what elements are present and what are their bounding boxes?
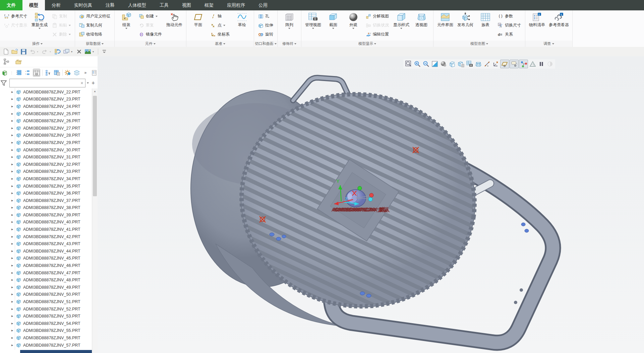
parameters-button[interactable]: () 参数	[496, 12, 523, 21]
expand-list-icon[interactable]	[15, 69, 22, 76]
manage-views-button[interactable]: 管理视图	[303, 11, 323, 30]
expand-arrow-icon[interactable]: ▶	[11, 134, 14, 137]
expand-arrow-icon[interactable]: ▶	[11, 329, 14, 332]
expand-arrow-icon[interactable]: ▶	[11, 120, 14, 122]
expand-arrow-icon[interactable]: ▶	[11, 242, 14, 245]
expand-arrow-icon[interactable]: ▶	[11, 149, 14, 151]
pattern-button[interactable]: 阵列	[279, 11, 299, 30]
expand-arrow-icon[interactable]: ▶	[11, 257, 14, 260]
tree-row[interactable]: ▶ ADMI3BD88878ZJNV_24.PRT	[0, 103, 92, 110]
datum-point-marker-right[interactable]	[413, 147, 419, 153]
group-label-get-data[interactable]: 获取数据	[75, 41, 114, 47]
expand-arrow-icon[interactable]: ▶	[11, 322, 14, 325]
expand-arrow-icon[interactable]: ▶	[11, 315, 14, 317]
tab-tools[interactable]: 工具	[153, 0, 175, 10]
tree-row[interactable]: ▶ ADMI3BD88878ZJNV_47.PRT	[0, 269, 92, 277]
expand-arrow-icon[interactable]: ▶	[11, 228, 14, 231]
pattern-caret[interactable]	[288, 28, 290, 29]
plane-display-toggle[interactable]	[500, 60, 509, 68]
tab-model[interactable]: 模型	[22, 0, 45, 10]
tree-row[interactable]: ▶ ADMI3BD88878ZJNV_33.PRT	[0, 168, 92, 175]
tree-row[interactable]: ▶ ADMI3BD88878ZJNV_41.PRT	[0, 226, 92, 233]
datum-point-marker-left[interactable]	[259, 216, 266, 222]
sketch-button[interactable]: 草绘	[232, 11, 252, 28]
expand-arrow-icon[interactable]: ▶	[11, 127, 14, 130]
section-button[interactable]: 截面	[323, 11, 343, 30]
new-file-icon[interactable]	[2, 48, 10, 55]
expand-arrow-icon[interactable]: ▶	[11, 178, 14, 180]
axis-button[interactable]: 轴	[209, 12, 231, 21]
tree-row[interactable]: ▶ ADMI3BD88878ZJNV_23.PRT	[0, 96, 92, 103]
expand-arrow-icon[interactable]: ▶	[11, 156, 14, 158]
csys-button[interactable]: 坐标系	[209, 30, 231, 39]
close-window-icon[interactable]	[75, 48, 83, 55]
tab-file[interactable]: 文件	[0, 0, 22, 10]
tree-row[interactable]: ▶ ADMI3BD88878ZJNV_48.PRT	[0, 276, 92, 284]
regenerate-caret[interactable]	[39, 28, 41, 29]
settings-gear-icon[interactable]	[65, 69, 71, 76]
window-switch-caret[interactable]: ▾	[71, 50, 74, 53]
expand-arrow-icon[interactable]: ▶	[11, 98, 14, 100]
open-folder-icon[interactable]	[11, 48, 19, 55]
tree-row[interactable]: ▶ ADMI3BD88878ZJNV_22.PRT	[0, 88, 92, 96]
expand-arrow-icon[interactable]: ▶	[11, 264, 14, 267]
zoom-in-icon[interactable]	[413, 60, 421, 68]
scroll-up-arrow[interactable]: ▲	[92, 88, 98, 94]
expand-arrow-icon[interactable]: ▶	[11, 199, 14, 202]
component-interface-button[interactable]: 元件界面	[435, 11, 455, 28]
publish-geometry-button[interactable]: 发布几何	[455, 11, 475, 28]
display-style-vicon[interactable]	[448, 60, 456, 68]
layers-icon[interactable]	[73, 69, 80, 76]
expand-arrow-icon[interactable]: ▶	[11, 300, 14, 303]
group-label-cut-surface[interactable]: 切口和曲面	[254, 41, 277, 47]
expand-arrow-icon[interactable]: ▶	[11, 221, 14, 223]
tree-row[interactable]: ▶ ADMI3BD88878ZJNV_42.PRT	[0, 233, 92, 240]
tree-row[interactable]: ▶ ADMI3BD88878ZJNV_57.PRT	[0, 342, 92, 349]
tree-row[interactable]: ▶ ADMI3BD88878ZJNV_26.PRT	[0, 117, 92, 125]
assemble-button[interactable]: 组装	[116, 11, 136, 30]
tree-row[interactable]: ▶ ADMI3BD88878ZJNV_55.PRT	[0, 327, 92, 335]
tree-row[interactable]: ▶ ADMI3BD88878ZJNV_35.PRT	[0, 183, 92, 190]
pause-icon[interactable]	[537, 60, 545, 68]
save-icon[interactable]	[19, 48, 27, 55]
expand-arrow-icon[interactable]: ▶	[11, 344, 14, 347]
tree-row[interactable]: ▶ ADMI3BD88878ZJNV_44.PRT	[0, 248, 92, 255]
tree-row[interactable]: ▶ ADMI3BD88878ZJNV_52.PRT	[0, 305, 92, 313]
tree-row[interactable]: ▶ ADMI3BD88878ZJNV_40.PRT	[0, 219, 92, 226]
bom-button[interactable]: i 物料清单	[527, 11, 547, 28]
expand-arrow-icon[interactable]: ▶	[11, 206, 14, 209]
datum-display-filter-icon[interactable]	[483, 60, 491, 68]
tree-row[interactable]: ▶ ADMI3BD88878ZJNV_29.PRT	[0, 139, 92, 146]
view-manager-icon[interactable]	[465, 60, 474, 68]
tree-row[interactable]: ▶ ADMI3BD88878ZJNV_46.PRT	[0, 262, 92, 269]
shading-quality-icon[interactable]	[439, 60, 448, 68]
expand-arrow-icon[interactable]: ▶	[11, 250, 14, 253]
tag-display-toggle[interactable]	[510, 60, 519, 68]
tree-row[interactable]: ▶ ADMI3BD88878ZJNV_37.PRT	[0, 197, 92, 204]
assemble-caret[interactable]	[125, 28, 127, 29]
filter-funnel-icon[interactable]	[1, 80, 8, 86]
zoom-out-icon[interactable]	[422, 60, 430, 68]
tree-row[interactable]: ▶ ADMI3BD88878ZJNV_36.PRT	[0, 190, 92, 197]
group-label-operations[interactable]: 操作	[0, 41, 75, 47]
expand-arrow-icon[interactable]: ▶	[11, 113, 14, 115]
tab-live-simulation[interactable]: 实时仿真	[67, 0, 99, 10]
expand-arrow-icon[interactable]: ▶	[11, 192, 14, 195]
tab-framework[interactable]: 框架	[198, 0, 220, 10]
regenerate-button[interactable]: 重新生成	[30, 11, 50, 30]
revolve-button[interactable]: 旋转	[256, 30, 275, 39]
tree-row[interactable]: ▶ ADMI3BD88878ZJNV_51.PRT	[0, 298, 92, 305]
mirror-component-button[interactable]: 镜像元件	[137, 30, 164, 39]
display-style-button[interactable]: 显示样式	[391, 11, 411, 30]
tree-row[interactable]: ▶ ADMI3BD88878ZJNV_32.PRT	[0, 161, 92, 168]
udf-button[interactable]: 用户定义特征	[77, 12, 112, 21]
tree-row[interactable]: ▶ ADMI3BD88878ZJNV_30.PRT	[0, 146, 92, 154]
search-options-caret[interactable]	[87, 82, 89, 84]
group-label-model-intent[interactable]: 模型意图	[433, 41, 525, 47]
relations-button[interactable]: d= 关系	[496, 30, 523, 39]
tree-row[interactable]: ▶ ADMI3BD88878ZJNV_28.PRT	[0, 132, 92, 139]
expand-arrow-icon[interactable]: ▶	[11, 105, 14, 108]
search-add-icon[interactable]: +	[90, 80, 96, 86]
graphics-area[interactable]: Y Z ADMI3BD88878ZJNV_默认 ADMI3BD88878ZJNV…	[98, 56, 644, 353]
perspective-vicon[interactable]	[474, 60, 482, 68]
